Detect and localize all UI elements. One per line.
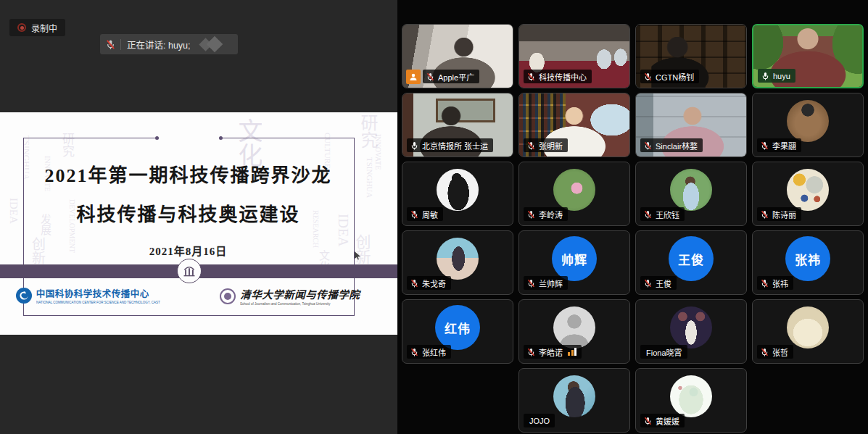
- participant-name-label: 周敏: [407, 207, 443, 221]
- participant-tile[interactable]: 李果翮: [752, 93, 864, 157]
- mic-muted-icon: [644, 141, 652, 151]
- avatar-initials: 红伟: [445, 319, 471, 337]
- participant-name-label: 北京情报所 张士运: [407, 138, 493, 152]
- mic-icon: [761, 71, 769, 81]
- recording-label: 录制中: [31, 22, 57, 34]
- participant-tile[interactable]: 李岭涛: [518, 162, 630, 226]
- participant-tile[interactable]: 周敏: [402, 162, 513, 226]
- participant-tile[interactable]: 黄媛媛: [635, 368, 747, 433]
- participant-name: 王俊: [656, 277, 671, 289]
- mic-muted-icon: [644, 416, 652, 426]
- avatar-initials: 帅辉: [561, 250, 587, 268]
- participant-name: 张祎: [772, 277, 788, 289]
- participant-tile[interactable]: JOJO: [518, 368, 630, 433]
- watermark-text: TSINGHUA: [365, 157, 374, 198]
- participant-avatar: [670, 169, 712, 211]
- participant-name: 张红伟: [422, 346, 446, 358]
- participant-tile[interactable]: huyu: [752, 24, 864, 88]
- mic-muted-icon: [410, 347, 418, 357]
- participant-name: 陈诗丽: [772, 209, 796, 220]
- participant-name-label: CGTN杨钊: [640, 70, 699, 83]
- recording-indicator: 录制中: [9, 19, 65, 36]
- org-cast-name: 中国科协科学技术传播中心: [36, 286, 202, 300]
- participant-name-label: 王俊: [640, 276, 677, 290]
- slide-date: 2021年8月16日: [23, 243, 353, 258]
- participant-name-label: 张明新: [524, 138, 568, 152]
- participant-tile[interactable]: 王俊 王俊: [635, 230, 747, 295]
- avatar-initials: 王俊: [678, 250, 704, 268]
- participant-name-label: 张祎: [757, 276, 793, 290]
- shared-screen-panel: 录制中 正在讲话: huyu; 文化 研究 创新 创新 研究 发展 TSINGH…: [0, 0, 397, 434]
- participant-tile[interactable]: Fiona晓霄: [635, 299, 747, 364]
- avatar-initials: 张祎: [795, 250, 821, 268]
- org-tsinghua: 清华大学新闻与传播学院 School of Journalism and Com…: [220, 286, 360, 306]
- participant-name-label: 张红伟: [407, 345, 451, 359]
- participant-tile[interactable]: Apple平广: [402, 24, 513, 88]
- participant-avatar: [553, 375, 595, 417]
- org-cast: 中国科协科学技术传播中心 NATIONAL COMMUNICATION CENT…: [16, 286, 202, 305]
- participant-name: 科技传播中心: [539, 71, 587, 83]
- org-cast-subtitle: NATIONAL COMMUNICATION CENTER FOR SCIENC…: [36, 301, 160, 304]
- mic-muted-icon: [410, 278, 418, 288]
- participant-name: 王欣钰: [656, 209, 679, 220]
- participant-name: Apple平广: [438, 71, 474, 83]
- participant-avatar: [437, 238, 479, 280]
- participant-name-label: Fiona晓霄: [640, 345, 687, 359]
- participant-name: 李皓诺: [539, 346, 563, 358]
- participant-tile[interactable]: 李皓诺: [518, 299, 630, 364]
- participant-name: 朱戈奇: [422, 277, 446, 289]
- participant-tile[interactable]: 张祎 张祎: [752, 230, 864, 295]
- mic-muted-icon: [106, 39, 115, 50]
- org-tsinghua-subtitle: School of Journalism and Communication, …: [240, 302, 330, 306]
- participant-avatar: [787, 306, 829, 349]
- participant-avatar: 王俊: [669, 236, 714, 281]
- participant-tile[interactable]: 朱戈奇: [402, 230, 513, 295]
- organization-logos: 中国科协科学技术传播中心 NATIONAL COMMUNICATION CENT…: [23, 286, 353, 306]
- participant-name-label: 朱戈奇: [407, 276, 451, 290]
- participant-name-label: 李岭涛: [524, 207, 568, 221]
- participant-tile[interactable]: Sinclair林婺: [635, 93, 747, 157]
- mic-muted-icon: [527, 141, 535, 151]
- participant-avatar: [553, 306, 595, 349]
- participant-tile[interactable]: 帅辉 兰帅辉: [518, 230, 630, 295]
- org-tsinghua-name: 清华大学新闻与传播学院: [240, 286, 360, 301]
- participant-tile[interactable]: 陈诗丽: [752, 162, 864, 226]
- participant-name-label: 兰帅辉: [524, 276, 568, 290]
- participant-tile[interactable]: 北京情报所 张士运: [402, 93, 513, 157]
- participant-name: 兰帅辉: [539, 277, 563, 289]
- participant-tile[interactable]: 王欣钰: [635, 162, 747, 226]
- mic-muted-icon: [527, 209, 535, 220]
- participants-grid: Apple平广 科技传播中心: [397, 0, 868, 434]
- participant-tile[interactable]: 张明新: [518, 93, 630, 157]
- participant-tile[interactable]: 科技传播中心: [518, 24, 630, 88]
- participant-name-label: 李果翮: [757, 138, 801, 152]
- participant-name-label: 黄媛媛: [640, 414, 685, 427]
- slide-title-line2: 科技传播与科技奥运建设: [23, 199, 353, 226]
- participant-name-label: Apple平广: [423, 70, 479, 83]
- participant-avatar: 红伟: [435, 305, 480, 350]
- participant-avatar: [787, 100, 829, 142]
- presentation-slide: 文化 研究 创新 创新 研究 发展 TSINGHUA INNOVATE CULT…: [0, 112, 397, 335]
- participant-avatar: [553, 169, 595, 211]
- mic-muted-icon: [527, 72, 535, 82]
- participant-avatar: [437, 169, 479, 211]
- participant-tile[interactable]: 红伟 张红伟: [402, 299, 513, 364]
- mic-muted-icon: [761, 347, 769, 357]
- person-badge-icon: [406, 70, 421, 84]
- participant-name-label: 陈诗丽: [757, 207, 801, 221]
- gate-building-icon: [177, 259, 202, 283]
- divider: [120, 39, 121, 50]
- mic-muted-icon: [410, 209, 418, 220]
- participant-name: 黄媛媛: [656, 415, 679, 427]
- participant-tile[interactable]: 张哲: [752, 299, 864, 364]
- watermark-text: IDEA: [7, 198, 20, 224]
- participant-name: Sinclair林婺: [656, 140, 698, 151]
- participant-avatar: [670, 375, 712, 417]
- participant-avatar: 张祎: [785, 236, 830, 281]
- participant-tile[interactable]: CGTN杨钊: [635, 24, 747, 88]
- participant-name-label: Sinclair林婺: [640, 138, 703, 152]
- mic-muted-icon: [426, 72, 434, 82]
- mic-muted-icon: [527, 347, 535, 357]
- signal-bars-icon: [568, 348, 576, 356]
- participant-name: 周敏: [422, 209, 438, 220]
